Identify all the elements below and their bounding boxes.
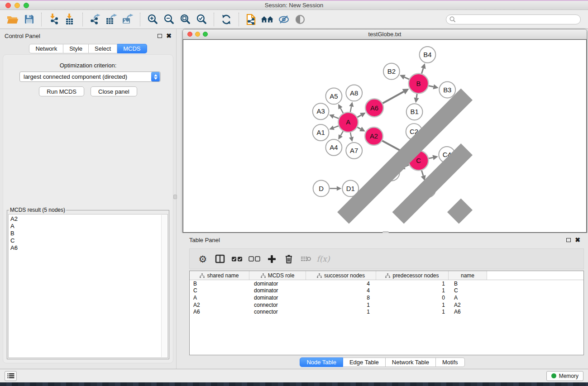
search-input[interactable] bbox=[456, 15, 580, 24]
mcds-result-item[interactable]: A bbox=[10, 223, 167, 230]
table-cell: 8 bbox=[306, 295, 376, 301]
mcds-result-list: A2ABCA6 bbox=[8, 214, 168, 358]
hide-graphics-details-icon[interactable] bbox=[276, 11, 292, 28]
refresh-icon[interactable] bbox=[218, 11, 234, 28]
toolbar-separator bbox=[140, 13, 140, 26]
import-network-icon[interactable] bbox=[46, 11, 62, 28]
search-box bbox=[446, 14, 581, 24]
table-cell: A bbox=[449, 295, 487, 301]
tab-style[interactable]: Style bbox=[63, 44, 89, 53]
table-row[interactable]: Cdominator41C bbox=[190, 287, 583, 295]
window-resize-grip[interactable] bbox=[183, 39, 586, 232]
mcds-result-item[interactable]: B bbox=[10, 230, 167, 237]
table-cell: dominator bbox=[249, 287, 306, 294]
close-table-panel-icon[interactable]: ✖ bbox=[575, 237, 580, 243]
column-type-icon bbox=[261, 273, 266, 278]
table-cell: 1 bbox=[306, 309, 376, 315]
table-row[interactable]: Bdominator41B bbox=[190, 280, 583, 287]
tab-network[interactable]: Network bbox=[29, 44, 63, 53]
network-window-title: testGlobe.txt bbox=[183, 31, 587, 38]
table-cell: 1 bbox=[376, 309, 449, 315]
table-cell: 0 bbox=[376, 295, 449, 301]
tab-edge-table[interactable]: Edge Table bbox=[343, 357, 386, 367]
dropdown-stepper-icon bbox=[151, 72, 160, 81]
table-row[interactable]: A2connector11A2 bbox=[190, 301, 583, 309]
table-cell: B bbox=[190, 281, 249, 287]
table-panel-title: Table Panel bbox=[189, 237, 220, 243]
node-table: shared name MCDS role successor nodes pr… bbox=[189, 271, 584, 355]
app-titlebar: Session: New Session bbox=[0, 1, 588, 10]
mcds-result-item[interactable]: A2 bbox=[10, 215, 167, 223]
mcds-result-box: MCDS result (5 nodes) A2ABCA6 bbox=[7, 207, 169, 359]
zoom-fit-icon[interactable] bbox=[177, 11, 193, 28]
zoom-selected-icon[interactable] bbox=[193, 11, 210, 28]
column-header-predecessor-nodes[interactable]: predecessor nodes bbox=[376, 271, 449, 280]
float-panel-icon[interactable] bbox=[158, 34, 162, 38]
toolbar-separator bbox=[214, 13, 214, 26]
tab-select[interactable]: Select bbox=[89, 44, 117, 53]
mcds-result-title: MCDS result (5 nodes) bbox=[9, 207, 66, 213]
delete-column-icon[interactable] bbox=[280, 250, 297, 267]
tab-network-table[interactable]: Network Table bbox=[386, 357, 436, 367]
table-cell: connector bbox=[249, 302, 306, 308]
node-table-header: shared name MCDS role successor nodes pr… bbox=[190, 271, 583, 280]
export-image-icon[interactable] bbox=[120, 11, 136, 28]
table-cell: 1 bbox=[376, 287, 449, 294]
tab-mcds[interactable]: MCDS bbox=[117, 44, 147, 53]
window-title: Session: New Session bbox=[0, 2, 588, 9]
zoom-in-icon[interactable] bbox=[144, 11, 161, 28]
toolbar-separator bbox=[239, 13, 239, 26]
table-row[interactable]: A6connector11A6 bbox=[190, 308, 583, 315]
mcds-result-item[interactable]: C bbox=[10, 237, 167, 244]
open-file-icon[interactable] bbox=[5, 11, 21, 28]
mcds-result-item[interactable]: A6 bbox=[10, 244, 167, 252]
home-icon[interactable] bbox=[259, 11, 276, 28]
network-window-titlebar[interactable]: testGlobe.txt bbox=[183, 29, 587, 39]
zoom-out-icon[interactable] bbox=[161, 11, 177, 28]
table-cell: A2 bbox=[190, 302, 249, 308]
close-panel-icon[interactable]: ✖ bbox=[166, 33, 172, 39]
new-network-from-file-icon[interactable] bbox=[243, 11, 259, 28]
table-row[interactable]: Adominator80A bbox=[190, 294, 583, 301]
result-list-scrollbar[interactable] bbox=[161, 215, 167, 357]
float-table-panel-icon[interactable] bbox=[566, 238, 571, 242]
mcds-panel: Optimization criterion: largest connecte… bbox=[3, 54, 173, 363]
toolbar-separator bbox=[82, 13, 83, 26]
list-icon bbox=[7, 373, 14, 379]
task-history-button[interactable] bbox=[5, 371, 17, 381]
settings-icon[interactable]: ⚙ bbox=[194, 250, 211, 267]
column-header-successor-nodes[interactable]: successor nodes bbox=[306, 271, 376, 280]
deselect-all-checkboxes-icon[interactable] bbox=[246, 250, 263, 267]
select-all-checkboxes-icon[interactable] bbox=[229, 250, 246, 267]
column-header-name[interactable]: name bbox=[449, 271, 487, 280]
table-cell: B bbox=[449, 281, 487, 287]
show-columns-icon[interactable] bbox=[211, 250, 229, 267]
close-panel-button[interactable]: Close panel bbox=[91, 86, 137, 96]
export-table-icon[interactable] bbox=[103, 11, 120, 28]
save-session-icon[interactable] bbox=[21, 11, 37, 28]
tab-motifs[interactable]: Motifs bbox=[436, 357, 465, 367]
table-cell: A2 bbox=[449, 302, 487, 308]
column-header-shared-name[interactable]: shared name bbox=[190, 271, 249, 280]
show-graphics-details-icon[interactable] bbox=[292, 11, 308, 28]
export-network-icon[interactable] bbox=[87, 11, 103, 28]
memory-status-icon bbox=[551, 373, 556, 378]
import-table-icon[interactable] bbox=[62, 11, 78, 28]
table-cell: dominator bbox=[249, 281, 306, 287]
table-cell: C bbox=[190, 287, 249, 294]
add-column-icon[interactable] bbox=[263, 250, 280, 267]
column-header-mcds-role[interactable]: MCDS role bbox=[249, 271, 306, 280]
delete-table-icon[interactable] bbox=[297, 250, 315, 267]
table-panel: Table Panel ✖ ⚙ bbox=[177, 233, 588, 369]
table-cell: 4 bbox=[306, 281, 376, 287]
criterion-dropdown[interactable]: largest connected component (directed) bbox=[19, 71, 161, 82]
desktop-background-strip bbox=[0, 382, 588, 386]
tab-node-table[interactable]: Node Table bbox=[300, 357, 343, 367]
run-mcds-button[interactable]: Run MCDS bbox=[39, 86, 84, 96]
table-cell: 1 bbox=[376, 302, 449, 308]
memory-button[interactable]: Memory bbox=[546, 371, 583, 381]
apply-function-icon[interactable]: f(x) bbox=[315, 250, 332, 267]
fx-label: f(x) bbox=[316, 254, 330, 263]
vertical-splitter-handle[interactable] bbox=[173, 195, 177, 199]
network-canvas[interactable]: B4B2BB3A8A5A6A3B1AC2A1A2A4A7C4CC1C3DD1 bbox=[183, 39, 587, 233]
